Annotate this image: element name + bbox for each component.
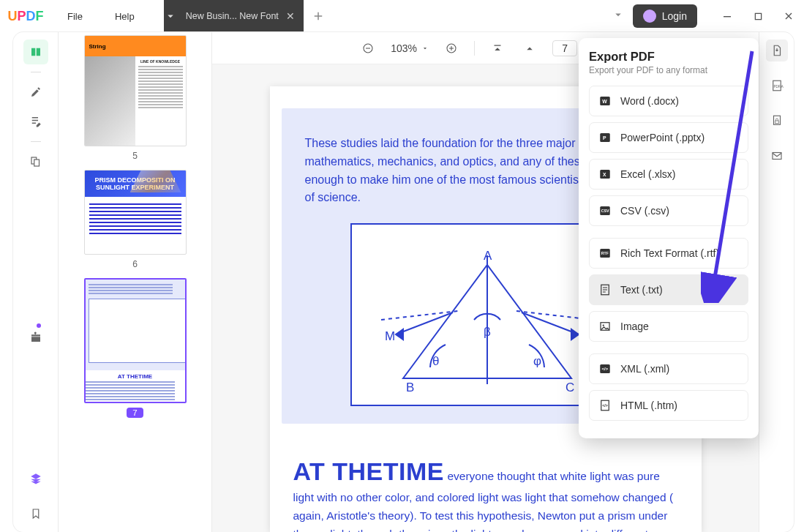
menu-help[interactable]: Help <box>99 11 151 22</box>
html-icon: </> <box>598 399 612 412</box>
first-page-button[interactable] <box>488 39 507 58</box>
thumb5-label: 5 <box>72 151 198 161</box>
svg-rect-3 <box>34 160 39 166</box>
export-option-xml[interactable]: </> XML (.xml) <box>589 353 748 384</box>
page-number-input[interactable]: 7 <box>552 40 577 56</box>
organize-pages-button[interactable] <box>23 149 48 174</box>
plus-circle-icon <box>445 42 458 55</box>
zoom-level[interactable]: 103% <box>391 42 429 54</box>
prism-illustration <box>130 170 181 192</box>
tab-list-dropdown[interactable] <box>164 0 177 32</box>
new-tab-button[interactable] <box>304 0 333 32</box>
word-icon: W <box>598 94 612 108</box>
export-label: Excel (.xlsx) <box>620 168 675 180</box>
minimize-icon <box>723 12 732 20</box>
diag-A: A <box>484 249 492 263</box>
chevron-down-icon <box>164 10 177 23</box>
thumbnail-page-5[interactable]: String LINE OF KNOWLEDGE 5 <box>72 35 198 161</box>
export-button[interactable] <box>766 40 788 61</box>
powerpoint-icon: P <box>598 131 612 144</box>
titlebar-overflow[interactable] <box>604 8 633 24</box>
zoom-out-button[interactable] <box>358 39 377 58</box>
mail-icon <box>770 149 784 162</box>
export-title: Export PDF <box>589 50 748 64</box>
image-icon <box>598 320 612 333</box>
thumb7-label: 7 <box>127 408 143 418</box>
diag-B: B <box>406 381 414 394</box>
rtf-icon: RTF <box>598 247 612 260</box>
chevron-down-icon <box>612 8 625 21</box>
svg-text:X: X <box>603 172 606 177</box>
export-label: PowerPoint (.pptx) <box>620 132 705 143</box>
svg-rect-17 <box>775 121 778 124</box>
export-panel: Export PDF Export your PDF to any format… <box>579 38 759 438</box>
gift-icon <box>29 331 42 344</box>
svg-text:</>: </> <box>602 367 609 371</box>
diag-phi: φ <box>533 354 541 368</box>
export-option-text[interactable]: Text (.txt) <box>589 274 748 305</box>
text-edit-icon <box>29 115 42 128</box>
mail-button[interactable] <box>766 145 788 167</box>
svg-point-31 <box>603 324 604 326</box>
login-label: Login <box>662 10 687 22</box>
pdfa-button[interactable]: PDF/A <box>766 75 788 97</box>
thumb6-label: 6 <box>72 259 198 269</box>
gift-button[interactable] <box>23 325 48 350</box>
body-text: AT THETIME everyone thought that white l… <box>270 446 702 532</box>
svg-rect-0 <box>724 16 731 17</box>
svg-text:PDF/A: PDF/A <box>773 85 783 89</box>
login-button[interactable]: Login <box>633 4 697 28</box>
reader-mode-button[interactable] <box>23 40 48 64</box>
app-logo: UPDF <box>0 9 51 24</box>
maximize-icon <box>754 12 762 20</box>
export-option-excel[interactable]: X Excel (.xlsx) <box>589 159 748 190</box>
tab-label: New Busin... New Font <box>186 11 279 21</box>
thumbnail-panel[interactable]: String LINE OF KNOWLEDGE 5 PRISM DECOMPO… <box>59 32 212 532</box>
minus-circle-icon <box>361 42 375 55</box>
edit-text-button[interactable] <box>23 109 48 134</box>
highlight-button[interactable] <box>23 80 48 105</box>
export-option-word[interactable]: W Word (.docx) <box>589 86 748 116</box>
pdfa-icon: PDF/A <box>770 79 784 92</box>
prev-page-button[interactable] <box>520 39 539 58</box>
export-label: HTML (.htm) <box>620 400 677 411</box>
export-option-powerpoint[interactable]: P PowerPoint (.pptx) <box>589 122 748 153</box>
layers-button[interactable] <box>23 466 48 491</box>
window-maximize[interactable] <box>743 0 773 32</box>
export-label: Rich Text Format (.rtf) <box>620 247 719 259</box>
menu-file[interactable]: File <box>51 11 99 22</box>
export-label: Image <box>620 321 649 332</box>
document-tab[interactable]: New Busin... New Font ✕ <box>177 0 304 32</box>
close-icon <box>784 12 793 20</box>
export-option-csv[interactable]: CSV CSV (.csv) <box>589 195 748 226</box>
plus-icon <box>312 10 325 23</box>
section-heading: AT THETIME <box>293 457 444 486</box>
diag-beta: β <box>484 325 491 339</box>
export-label: Word (.docx) <box>620 95 679 107</box>
svg-rect-1 <box>755 13 761 19</box>
svg-rect-5 <box>366 48 370 48</box>
workspace: String LINE OF KNOWLEDGE 5 PRISM DECOMPO… <box>13 32 794 532</box>
tab-close-button[interactable]: ✕ <box>286 10 295 22</box>
thumbnail-page-7[interactable]: AT THETIME 7 <box>72 278 198 419</box>
xml-icon: </> <box>598 362 612 375</box>
title-bar: UPDF File Help New Busin... New Font ✕ L… <box>0 0 804 32</box>
export-option-html[interactable]: </> HTML (.htm) <box>589 390 748 421</box>
bookmark-button[interactable] <box>23 501 48 526</box>
window-close[interactable] <box>773 0 804 32</box>
export-option-image[interactable]: Image <box>589 311 748 342</box>
export-icon <box>770 44 784 57</box>
export-label: Text (.txt) <box>620 284 663 296</box>
window-minimize[interactable] <box>712 0 743 32</box>
export-option-rtf[interactable]: RTF Rich Text Format (.rtf) <box>589 238 748 269</box>
svg-rect-18 <box>773 153 781 160</box>
thumbnail-page-6[interactable]: PRISM DECOMPOSITI ON SUNLIGHT EXPERIMENT… <box>72 170 198 269</box>
export-label: CSV (.csv) <box>620 205 669 217</box>
protect-button[interactable] <box>766 110 788 132</box>
zoom-in-button[interactable] <box>442 39 461 58</box>
svg-text:P: P <box>603 135 606 141</box>
svg-marker-12 <box>396 329 403 340</box>
notification-dot <box>37 323 41 328</box>
svg-text:</>: </> <box>602 403 608 408</box>
highlighter-icon <box>29 86 42 99</box>
